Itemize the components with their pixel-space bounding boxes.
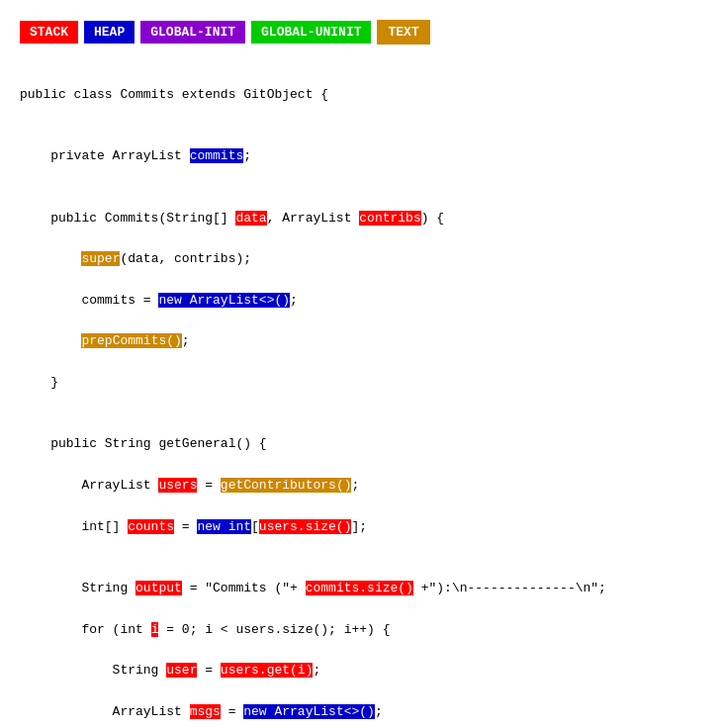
code-line: String output = "Commits ("+ commits.siz…	[20, 579, 703, 599]
code-line: }	[20, 373, 703, 394]
code-line: ArrayList msgs = new ArrayList<>();	[20, 702, 703, 723]
code-line: int[] counts = new int[users.size()];	[20, 517, 703, 538]
legend-text[interactable]: TEXT	[377, 20, 429, 45]
code-line: private ArrayList commits;	[20, 146, 703, 167]
code-line: String user = users.get(i);	[20, 661, 703, 682]
code-line: public String getGeneral() {	[20, 434, 703, 455]
code-block: public class Commits extends GitObject {…	[20, 64, 703, 728]
legend-bar: STACK HEAP GLOBAL-INIT GLOBAL-UNINIT TEX…	[20, 20, 703, 45]
legend-global-init[interactable]: GLOBAL-INIT	[140, 21, 245, 44]
legend-stack[interactable]: STACK	[20, 21, 78, 44]
code-line: commits = new ArrayList<>();	[20, 291, 703, 312]
code-line: prepCommits();	[20, 331, 703, 352]
code-line: ArrayList users = getContributors();	[20, 476, 703, 497]
code-line: for (int i = 0; i < users.size(); i++) {	[20, 620, 703, 641]
code-line: public Commits(String[] data, ArrayList …	[20, 209, 703, 229]
legend-heap[interactable]: HEAP	[84, 21, 135, 44]
code-line: public class Commits extends GitObject {	[20, 85, 703, 106]
code-line: super(data, contribs);	[20, 249, 703, 270]
legend-global-uninit[interactable]: GLOBAL-UNINIT	[251, 21, 371, 44]
